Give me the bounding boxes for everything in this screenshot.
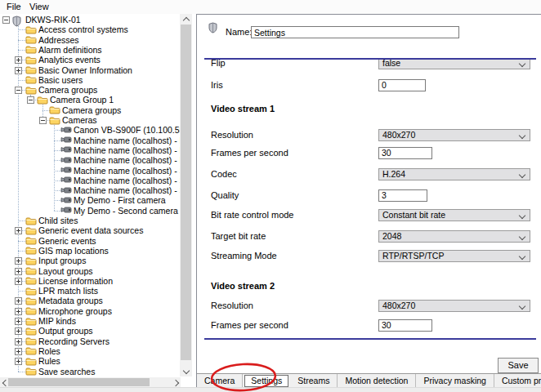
tree-item-camera-groups[interactable]: Camera groups bbox=[0, 85, 180, 95]
field-input-frames-per-second[interactable]: 30 bbox=[378, 147, 432, 159]
tree-item-microphone-groups[interactable]: Microphone groups bbox=[0, 306, 180, 316]
expand-plus-icon[interactable] bbox=[15, 327, 22, 335]
field-select-bit-rate-control-mode[interactable]: Constant bit rate bbox=[378, 209, 530, 221]
field-select-flip[interactable]: false bbox=[378, 60, 530, 69]
tab-motion-detection[interactable]: Motion detection bbox=[338, 374, 416, 388]
collapse-minus-icon[interactable] bbox=[15, 87, 22, 94]
field-input-iris[interactable]: 0 bbox=[378, 79, 426, 91]
menu-item-file[interactable]: File bbox=[2, 1, 25, 12]
tree-item-label: Rules bbox=[38, 356, 60, 366]
chevron-down-icon bbox=[519, 303, 525, 310]
tree-item-lpr-match-lists[interactable]: LPR match lists bbox=[0, 286, 180, 296]
expand-plus-icon[interactable] bbox=[15, 227, 22, 234]
chevron-down-icon bbox=[519, 212, 525, 219]
expand-plus-icon[interactable] bbox=[15, 278, 22, 285]
field-input-quality[interactable]: 3 bbox=[378, 189, 427, 202]
tree-item-label: Addresses bbox=[38, 35, 79, 45]
tree-item-label: Microphone groups bbox=[38, 306, 112, 316]
tree-item-license-information[interactable]: License information bbox=[0, 276, 180, 286]
tree-item-rules[interactable]: Rules bbox=[0, 356, 180, 366]
expand-plus-icon[interactable] bbox=[15, 358, 22, 365]
field-select-target-bit-rate[interactable]: 2048 bbox=[378, 230, 530, 243]
collapse-minus-icon[interactable] bbox=[39, 117, 47, 124]
chevron-down-icon bbox=[519, 253, 525, 260]
tree-item-label: Roles bbox=[38, 346, 60, 356]
tree-item-camera-groups[interactable]: Camera groups bbox=[0, 105, 180, 115]
tree-item-label: Child sites bbox=[38, 216, 78, 225]
expand-plus-icon[interactable] bbox=[15, 67, 22, 74]
tree-item-machine-name-localhost-second[interactable]: Machine name (localhost) - Second bbox=[0, 176, 180, 185]
tree-item-label: Machine name (localhost) - First cam bbox=[74, 155, 180, 165]
tree-item-label: Layout groups bbox=[38, 266, 93, 276]
tree-item-access-control-systems[interactable]: Access control systems bbox=[0, 24, 180, 34]
tree-vertical-scrollbar[interactable] bbox=[180, 14, 192, 376]
tree-item-machine-name-localhost-first-cam[interactable]: Machine name (localhost) - First cam bbox=[0, 136, 180, 145]
application-window: { "menu": { "items": [ {"label":"File"},… bbox=[0, 0, 541, 392]
expand-plus-icon[interactable] bbox=[15, 308, 22, 315]
tree-item-machine-name-localhost-first-cam[interactable]: Machine name (localhost) - First cam bbox=[0, 155, 180, 165]
tree-item-mip-kinds[interactable]: MIP kinds bbox=[0, 316, 180, 326]
scroll-right-button[interactable] bbox=[172, 377, 181, 387]
tree-item-basic-users[interactable]: Basic users bbox=[0, 75, 180, 85]
tree-item-my-demo-first-camera[interactable]: My Demo - First camera bbox=[0, 195, 180, 205]
expand-plus-icon[interactable] bbox=[15, 268, 22, 275]
collapse-minus-icon[interactable] bbox=[2, 16, 10, 24]
name-input[interactable] bbox=[251, 26, 459, 38]
expand-plus-icon[interactable] bbox=[15, 318, 22, 325]
camera-icon bbox=[60, 145, 72, 155]
field-label: Frames per second bbox=[211, 148, 288, 158]
tree-item-generic-events[interactable]: Generic events bbox=[0, 236, 180, 246]
tree-item-basic-owner-information[interactable]: Basic Owner Information bbox=[0, 65, 180, 75]
tree-item-machine-name-localhost-second[interactable]: Machine name (localhost) - Second bbox=[0, 185, 180, 195]
tree-item-cameras[interactable]: Cameras bbox=[0, 115, 180, 125]
collapse-minus-icon[interactable] bbox=[27, 96, 34, 104]
tree-item-camera-group-1[interactable]: Camera Group 1 bbox=[0, 95, 180, 105]
tree-item-output-groups[interactable]: Output groups bbox=[0, 326, 180, 336]
tree-item-roles[interactable]: Roles bbox=[0, 346, 180, 356]
field-select-codec[interactable]: H.264 bbox=[378, 168, 530, 180]
tree-item-input-groups[interactable]: Input groups bbox=[0, 256, 180, 265]
tree-item-gis-map-locations[interactable]: GIS map locations bbox=[0, 246, 180, 256]
tree-item-addresses[interactable]: Addresses bbox=[0, 35, 180, 45]
tree-item-analytics-events[interactable]: Analytics events bbox=[0, 55, 180, 65]
save-button[interactable]: Save bbox=[498, 358, 539, 373]
tree-item-dkws-rik-01[interactable]: DKWS-RIK-01 bbox=[0, 15, 180, 24]
menu-item-view[interactable]: View bbox=[25, 1, 53, 12]
tab-settings[interactable]: Settings bbox=[244, 375, 288, 387]
tree-item-label: My Demo - First camera bbox=[74, 195, 166, 205]
tab-privacy-masking[interactable]: Privacy masking bbox=[416, 374, 494, 388]
tab-custom-properties[interactable]: Custom properties bbox=[494, 374, 541, 388]
tree-item-machine-name-localhost-second[interactable]: Machine name (localhost) - Second bbox=[0, 166, 180, 176]
expand-plus-icon[interactable] bbox=[15, 56, 22, 64]
tab-streams[interactable]: Streams bbox=[290, 374, 338, 388]
tree-item-canon-vb-s900f-10-100-55-117[interactable]: Canon VB-S900F (10.100.55.117) - bbox=[0, 125, 180, 135]
field-select-resolution[interactable]: 480x270 bbox=[378, 300, 530, 312]
tab-camera[interactable]: Camera bbox=[197, 374, 243, 388]
field-input-frames-per-second[interactable]: 30 bbox=[378, 319, 432, 332]
tree-item-my-demo-second-camera[interactable]: My Demo - Second camera bbox=[0, 206, 180, 216]
tree-item-generic-event-data-sources[interactable]: Generic event data sources bbox=[0, 225, 180, 235]
scrollbar-thumb[interactable] bbox=[8, 378, 150, 386]
tree-item-child-sites[interactable]: Child sites bbox=[0, 216, 180, 225]
name-label: Name: bbox=[226, 27, 252, 37]
field-select-streaming-mode[interactable]: RTP/RTSP/TCP bbox=[378, 250, 530, 262]
tree-item-alarm-definitions[interactable]: Alarm definitions bbox=[0, 45, 180, 55]
expand-plus-icon[interactable] bbox=[15, 338, 22, 345]
tree-item-label: Basic users bbox=[38, 75, 83, 85]
tree-item-recording-servers[interactable]: Recording Servers bbox=[0, 336, 180, 346]
scroll-left-button[interactable] bbox=[0, 377, 8, 387]
scrollbar-thumb[interactable] bbox=[181, 24, 191, 360]
tree-horizontal-scrollbar[interactable] bbox=[0, 377, 181, 387]
expand-plus-icon[interactable] bbox=[15, 297, 22, 305]
field-label: Resolution bbox=[211, 130, 253, 140]
tree-item-metadata-groups[interactable]: Metadata groups bbox=[0, 296, 180, 305]
scroll-down-button[interactable] bbox=[180, 366, 192, 376]
tree-item-layout-groups[interactable]: Layout groups bbox=[0, 266, 180, 276]
tree-item-save-searches[interactable]: Save searches bbox=[0, 367, 180, 376]
tree-item-machine-name-localhost-first-cam[interactable]: Machine name (localhost) - First cam bbox=[0, 145, 180, 155]
scroll-up-button[interactable] bbox=[180, 14, 192, 24]
field-select-resolution[interactable]: 480x270 bbox=[378, 129, 530, 141]
chevron-down-icon bbox=[183, 368, 190, 374]
expand-plus-icon[interactable] bbox=[15, 257, 22, 265]
expand-plus-icon[interactable] bbox=[15, 348, 22, 355]
